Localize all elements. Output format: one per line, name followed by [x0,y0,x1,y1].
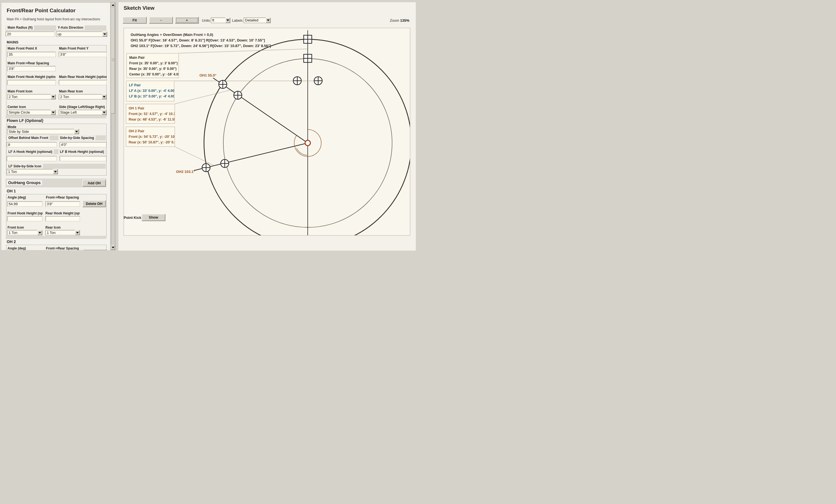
side-select[interactable]: Stage Left [59,110,107,115]
main-front-x-input[interactable] [7,52,56,57]
section-divider [5,116,107,118]
lfb-hook-input[interactable] [60,156,107,161]
scrollbar-thumb[interactable] [111,7,115,114]
oh1-rear-icon-label: Rear Icon [45,226,61,229]
sketch-view-title: Sketch View [124,5,155,11]
point-kick-show-button[interactable]: Show [141,214,166,221]
main-radius-input[interactable] [5,32,55,37]
info-box-title: LF Pair [129,82,172,88]
dropdown-arrow-icon[interactable] [51,94,56,99]
lf-sbs-spacing-input[interactable] [60,142,107,147]
units-label: Units [202,18,210,23]
dropdown-arrow-icon[interactable] [225,18,230,23]
zoom-out-button[interactable]: - [149,17,173,24]
oh1-front-icon-select[interactable]: 1 Ton [7,230,42,235]
y-axis-select[interactable]: up [56,32,107,37]
main-front-hook-label: Main Front Hook Height (optional) [7,75,56,79]
info-box-line: Rear (x: 50' 10.87", y: -20' 0.56") [129,139,172,145]
main-front-y-label: Main Front Point Y [59,46,89,51]
scroll-up-icon[interactable] [111,2,115,7]
zoom-value: 135% [400,18,410,23]
main-front-icon-select[interactable]: 2 Ton [7,94,56,99]
lf-mode-value: Side by Side [7,129,74,134]
lf-sbs-icon-select[interactable]: 1 Ton [7,169,58,174]
oh1-angle-label: Angle (deg) [7,195,26,199]
lf-sbs-spacing-label: Side-by-Side Spacing [58,136,96,140]
center-icon-value: Simple Circle [7,110,51,115]
oh1-angle-canvas-label: OH1 55.0° [200,73,216,77]
oh1-rear-icon-select[interactable]: 1 Ton [45,230,80,235]
lfb-hook-label: LF B Hook Height (optional) [58,150,106,154]
info-box-line: LF A (x: 33' 0.00", y: -4' 4.00") [129,88,172,94]
fit-button[interactable]: Fit [122,17,147,24]
scroll-down-icon[interactable] [111,245,115,250]
oh1-rear-icon-value: 1 Ton [45,230,75,235]
main-rear-icon-value: 2 Ton [59,94,102,99]
oh1-front-hook-label: Front Hook Height (optio [7,211,43,215]
oh2-delete-oh-button-partial[interactable] [83,249,107,250]
oh2-angle-arc [297,148,308,155]
oh1-front-icon-label: Front Icon [7,226,24,229]
page-title: Front/Rear Point Calculator [7,7,75,14]
lf-a-hoist-icon-1ton [293,77,301,85]
oh2-angle-label: Angle (deg) [7,247,26,250]
dropdown-arrow-icon[interactable] [37,230,42,235]
zoom-in-button[interactable]: + [175,17,199,24]
units-select[interactable]: ft [211,18,230,23]
oh1-rear-hoist-icon-1ton [234,91,242,99]
sidebar-scrollbar[interactable] [111,2,115,250]
main-rear-icon-select[interactable]: 2 Ton [59,94,107,99]
oh1-rear-hook-label: Rear Hook Height (optio [45,211,80,215]
outhang-annotation: OutHang Angles + Over/Down (Main Front =… [131,32,271,49]
oh1-rear-hook-input[interactable] [45,216,80,221]
main-spacing-input[interactable] [7,66,56,71]
dropdown-arrow-icon[interactable] [51,110,56,115]
lf-b-hoist-icon-1ton [314,77,322,85]
oh1-ray-line [213,78,308,143]
dropdown-arrow-icon[interactable] [102,94,107,99]
oh1-angle-input[interactable] [7,201,42,207]
oh1-front-hoist-icon-1ton [219,80,227,89]
dropdown-arrow-icon[interactable] [53,169,58,174]
dropdown-arrow-icon[interactable] [75,230,80,235]
center-point-icon [305,140,310,146]
oh1-front-icon-value: 1 Ton [7,230,37,235]
app-window: Front/Rear Point Calculator Main PA + Ou… [0,0,418,252]
oh1-pair-leader-line [175,90,231,104]
side-label: Side (Stage Left/Stage Right) [59,105,105,109]
oh1-spacing-input[interactable] [45,201,80,207]
delete-oh-button[interactable]: Delete OH [82,200,106,207]
annotation-line: OutHang Angles + Over/Down (Main Front =… [131,32,271,38]
oh2-ray-line [194,143,308,171]
dropdown-arrow-icon[interactable] [74,129,79,134]
main-front-x-label: Main Front Point X [7,46,37,51]
lf-mode-select[interactable]: Side by Side [7,129,79,134]
annotation-line: OH2 103.1° F[Over: 19' 5.72", Down: 24' … [131,43,271,49]
oh2-spacing-label: Front->Rear Spacing [46,247,79,250]
lf-offset-input[interactable] [7,142,57,147]
info-box-line: LF B (x: 37' 0.00", y: -4' 4.00") [129,94,172,99]
add-oh-button[interactable]: Add OH [82,180,106,187]
main-front-hoist-icon-2ton [304,35,312,43]
outhang-heading: OutHang Groups [7,180,42,185]
scrollbar-grip [112,59,114,62]
dropdown-arrow-icon[interactable] [102,110,107,115]
oh1-front-hook-input[interactable] [7,216,42,221]
main-rear-icon-label: Main Rear Icon [59,90,83,93]
lfa-hook-label: LF A Hook Height (optional) [7,150,54,154]
dropdown-arrow-icon[interactable] [102,32,107,37]
main-rear-hook-input[interactable] [59,80,107,85]
info-box-line: Front (x: 35' 0.00", y: 3' 8.00") [129,60,176,66]
calculator-sidebar: Front/Rear Point Calculator Main PA + Ou… [1,3,110,250]
main-spacing-label: Main Front->Rear Spacing [7,61,49,65]
main-front-hook-input[interactable] [7,80,56,85]
dropdown-arrow-icon[interactable] [266,18,271,23]
sketch-canvas[interactable]: OH1 55.0° OH2 103.1° OutHang Angles + Ov… [124,28,410,236]
lfa-hook-input[interactable] [7,156,57,161]
main-rear-hoist-icon-2ton [304,54,312,62]
zoom-indicator: Zoom 135% [390,18,410,23]
labels-select[interactable]: Detailed [244,18,271,23]
main-front-y-input[interactable] [59,52,107,57]
center-icon-select[interactable]: Simple Circle [7,110,56,115]
info-box-line: Center (x: 35' 0.00", y: -16' 4.00") [129,72,176,77]
